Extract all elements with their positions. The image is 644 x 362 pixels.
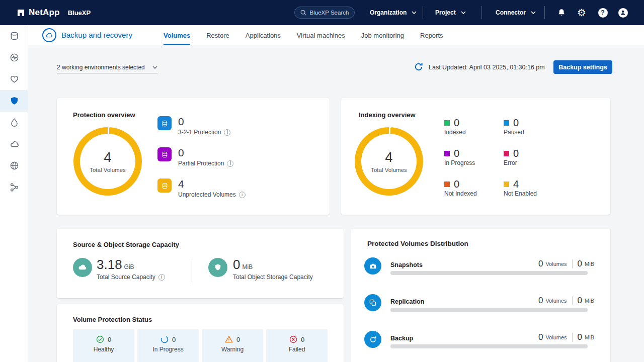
sidebar-item-extensions[interactable] [0,176,28,198]
legend-item-321-protection: 0 3-2-1 Protectioni [157,116,246,136]
distribution-card: Protected Volumes Distribution Snapshots… [351,229,610,362]
search-icon [300,10,306,16]
search-label: BlueXP Search [310,10,349,16]
failed-x-icon [289,335,297,343]
warning-triangle-icon [225,335,233,343]
backup-settings-button[interactable]: Backup settings [553,60,612,74]
source-capacity-value: 3.18GiB [97,257,134,273]
total-volumes-value: 4 [385,150,392,165]
tab-restore[interactable]: Restore [206,25,229,45]
account-button[interactable] [616,0,630,25]
info-icon[interactable]: i [239,192,246,198]
legend-color-swatch [504,182,509,187]
progress-bar [390,344,588,348]
distribution-row-backup: Backup 0 Volumes 0 MiB [351,331,610,361]
sidebar-item-storage[interactable] [0,25,28,47]
info-icon[interactable]: i [227,160,233,167]
connector-menu[interactable]: Connector [496,0,536,25]
droplet-icon [10,118,19,127]
object-storage-icon [208,258,227,277]
bluexp-search-button[interactable]: BlueXP Search [294,7,355,19]
card-title: Volume Protection Status [73,316,152,323]
indexing-overview-card: Indexing overview 4 Total Volumes 0 Inde… [341,98,610,215]
protection-overview-card: Protection overview 4 Total Volumes 0 3-… [57,98,330,215]
legend-item-unprotected-volumes: 4 Unprotected Volumesi [157,178,246,198]
legend-item-error: 0 Error [504,148,563,168]
nodes-icon [10,183,19,192]
object-capacity-label: Total Object Storage Capacity [233,274,313,281]
heart-icon [10,74,19,84]
service-header: Backup and recovery Volumes Restore Appl… [28,25,644,45]
total-volumes-value: 4 [104,150,111,165]
notifications-button[interactable] [554,0,569,25]
working-environments-selector[interactable]: 2 working environments selected [57,61,157,73]
volume-protection-status-card: Volume Protection Status 0 Healthy 0 In … [57,304,344,362]
sidebar-item-mobility[interactable] [0,112,28,133]
card-title: Protection overview [73,111,135,119]
refresh-button[interactable] [414,62,425,73]
page-title: Backup and recovery [61,31,132,39]
sidebar-item-governance[interactable] [0,155,28,176]
legend-item-indexed: 0 Indexed [444,117,504,137]
total-volumes-label: Total Volumes [371,167,407,173]
distribution-row-replication: Replication 0 Volumes 0 MiB [351,294,610,324]
chevron-down-icon [152,66,157,69]
tab-applications[interactable]: Applications [246,25,281,45]
legend-color-swatch [444,182,450,187]
topbar: NetApp BlueXP BlueXP Search Organization… [0,0,644,25]
legend-item-partial-protection: 0 Partial Protectioni [157,147,246,167]
chevron-down-icon [531,11,536,14]
protection-legend: 0 3-2-1 Protectioni 0 Partial Protection… [157,116,246,210]
pulse-circle-icon [10,53,19,62]
left-sidebar [0,25,28,362]
last-updated-text: Last Updated: April 03 2025, 01:30:16 pm [429,64,545,71]
sidebar-item-backup-recovery[interactable] [0,90,28,112]
321-protection-icon [157,116,172,130]
settings-button[interactable]: ⚙ [575,0,589,25]
legend-item-not-enabled: 4 Not Enabled [504,178,563,199]
legend-color-swatch [444,120,450,126]
snapshots-icon [364,257,381,275]
legend-item-paused: 0 Paused [504,117,563,137]
sidebar-item-health[interactable] [0,47,28,68]
in-progress-icon [160,335,169,343]
protection-donut-chart: 4 Total Volumes [73,127,142,196]
bell-icon [557,8,566,17]
indexing-legend: 0 Indexed 0 Paused 0 In Progress 0 Error… [444,117,563,199]
info-icon[interactable]: i [158,274,165,281]
tab-reports[interactable]: Reports [420,25,443,45]
legend-color-swatch [504,151,509,156]
total-volumes-label: Total Volumes [90,167,126,173]
sidebar-item-cloud-services[interactable] [0,133,28,155]
help-icon: ? [598,8,608,18]
home-link[interactable]: NetApp BlueXP [17,0,91,25]
netapp-logo-icon [17,9,25,17]
source-capacity-label: Total Source Capacityi [97,274,165,281]
snapshots-stats: 0 Volumes 0 MiB [538,259,594,269]
help-button[interactable]: ? [596,0,610,25]
sidebar-item-protection[interactable] [0,68,28,90]
cloud-icon [10,139,19,149]
project-menu[interactable]: Project [435,0,466,25]
progress-bar [390,308,588,312]
card-title: Indexing overview [359,111,416,119]
organization-menu[interactable]: Organization [370,0,417,25]
card-title: Source & Object Storage Capacity [73,241,179,248]
chevron-down-icon [461,11,466,14]
distribution-row-snapshots: Snapshots 0 Volumes 0 MiB [351,257,610,288]
refresh-icon [414,62,424,72]
status-tiles: 0 Healthy 0 In Progress 0 Warning [73,329,328,362]
capacity-card: Source & Object Storage Capacity 3.18GiB… [57,229,344,298]
tab-job-monitoring[interactable]: Job monitoring [361,25,404,45]
replication-stats: 0 Volumes 0 MiB [538,296,594,306]
tab-volumes[interactable]: Volumes [164,25,190,45]
topbar-divider [423,6,423,19]
tab-virtual-machines[interactable]: Virtual machines [297,25,345,45]
status-tile-warning: 0 Warning [202,329,263,362]
tab-bar: Volumes Restore Applications Virtual mac… [164,25,443,45]
cylinder-icon [10,31,19,41]
legend-color-swatch [504,120,509,126]
partial-protection-icon [157,147,172,161]
status-tile-in-progress: 0 In Progress [137,329,199,362]
info-icon[interactable]: i [224,129,230,136]
